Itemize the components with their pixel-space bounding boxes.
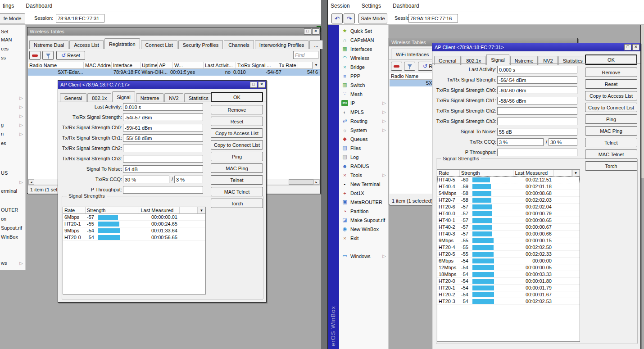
signal-row-ht40-3[interactable]: HT40-3 -57 00:00:00.66 bbox=[437, 231, 580, 237]
strip-item-ces[interactable]: ces ▷ bbox=[1, 45, 25, 52]
strip-item-g[interactable]: g ▷ bbox=[1, 121, 25, 128]
strip-item-us[interactable]: US ▷ bbox=[1, 169, 25, 177]
button-torch[interactable]: Torch bbox=[211, 199, 263, 208]
button-mac-telnet[interactable]: MAC Telnet bbox=[211, 187, 263, 196]
redo-button[interactable]: ↷ bbox=[344, 14, 355, 23]
menu-settings[interactable]: tings bbox=[3, 3, 14, 9]
button-mac-ping[interactable]: MAC Ping bbox=[211, 163, 263, 173]
strip-item-winbox[interactable]: WinBox ▷ bbox=[1, 233, 25, 240]
column-chooser-dropdown[interactable]: ▼ bbox=[312, 62, 320, 69]
tab-wifi-interfaces[interactable]: WiFi Interfaces bbox=[391, 49, 434, 59]
field-input[interactable]: -60/-60 dBm bbox=[497, 86, 577, 94]
field-input[interactable]: 0.000 s bbox=[497, 66, 577, 73]
sidebar-item-log[interactable]: ▤ Log ▷ bbox=[339, 153, 388, 161]
sidebar-item-mpls[interactable]: ◐ MPLS ▷ bbox=[339, 108, 388, 116]
sidebar-item-routing[interactable]: ⇄ Routing ▷ bbox=[339, 117, 388, 125]
signal-row-ht20-6[interactable]: HT20-6 -57 00:02:02.04 bbox=[437, 204, 580, 210]
maximize-icon[interactable]: □ bbox=[250, 82, 257, 88]
signal-strengths-table[interactable]: Rate Strength Last Measured ▼ 6Mbps -57 … bbox=[63, 207, 206, 295]
column-header-rate[interactable]: Rate bbox=[63, 207, 86, 213]
strip-item-es[interactable]: es ▷ bbox=[1, 140, 25, 147]
signal-row-12mbps[interactable]: 12Mbps -54 00:00:00.05 bbox=[437, 264, 580, 271]
sidebar-item-wireless[interactable]: ◠ Wireless ▷ bbox=[339, 54, 388, 62]
signal-row-ht20-1[interactable]: HT20-1 -55 00:00:24.65 bbox=[63, 221, 205, 227]
sidebar-item-ppp[interactable]: ≡ PPP ▷ bbox=[339, 72, 388, 80]
button-copy-to-access-list[interactable]: Copy to Access List bbox=[211, 128, 263, 138]
signal-row-ht40-0[interactable]: HT40-0 -57 00:00:00.79 bbox=[437, 210, 580, 217]
signal-row-ht20-3[interactable]: HT20-3 -54 00:02:02.53 bbox=[437, 298, 580, 305]
field-input[interactable]: 0.010 s bbox=[123, 103, 203, 111]
signal-row-9mbps[interactable]: 9Mbps -54 00:01:33.64 bbox=[63, 227, 205, 234]
field-input[interactable] bbox=[123, 155, 203, 163]
signal-row-ht20-2[interactable]: HT20-2 -54 00:00:01.67 bbox=[437, 291, 580, 298]
sidebar-item-radius[interactable]: ☻ RADIUS ▷ bbox=[339, 162, 388, 170]
signal-row-ht20-5[interactable]: HT20-5 -55 00:02:02.33 bbox=[437, 251, 580, 258]
sidebar-item-switch[interactable]: ▥ Switch ▷ bbox=[339, 81, 388, 89]
button-copy-to-access-list[interactable]: Copy to Access List bbox=[585, 91, 637, 100]
maximize-icon[interactable]: □ bbox=[624, 44, 631, 50]
sidebar-item-ip[interactable]: 255 IP ▷ bbox=[339, 99, 388, 107]
signal-table-header[interactable]: Rate Strength Last Measured ▼ bbox=[63, 207, 205, 214]
ccq-rx-input[interactable]: 30 % bbox=[549, 138, 577, 146]
filter-button[interactable] bbox=[42, 51, 54, 60]
strip-item-ss[interactable]: ss ▷ bbox=[1, 54, 25, 61]
button-torch[interactable]: Torch bbox=[585, 161, 637, 171]
button-reset[interactable]: Reset bbox=[211, 117, 263, 126]
signal-table-header[interactable]: Rate Strength Last Measured ▼ bbox=[437, 170, 580, 177]
column-chooser-dropdown[interactable]: ▼ bbox=[572, 170, 580, 176]
field-input[interactable] bbox=[123, 145, 203, 152]
field-input[interactable] bbox=[497, 118, 577, 125]
button-telnet[interactable]: Telnet bbox=[211, 175, 263, 185]
close-icon[interactable]: ✕ bbox=[258, 82, 265, 88]
strip-item-on[interactable]: on ▷ bbox=[1, 215, 25, 222]
signal-strengths-table[interactable]: Rate Strength Last Measured ▼ HT40-5 -60… bbox=[437, 169, 580, 342]
signal-row-9mbps[interactable]: 9Mbps -55 00:00:00.15 bbox=[437, 237, 580, 244]
sidebar-item-bridge[interactable]: × Bridge ▷ bbox=[339, 63, 388, 71]
column-header-ap[interactable]: AP bbox=[158, 62, 173, 68]
strip-item-6[interactable]: ▷ bbox=[1, 112, 25, 119]
strip-item-erminal[interactable]: erminal ▷ bbox=[1, 187, 25, 195]
sidebar-item-new-winbox[interactable]: ◉ New WinBox ▷ bbox=[339, 225, 388, 233]
scrollbar-thumb[interactable] bbox=[289, 179, 315, 185]
column-header-last-measured[interactable]: Last Measured bbox=[513, 170, 554, 176]
wireless-tables-titlebar[interactable]: Wireless Tables □ ✕ bbox=[27, 27, 320, 36]
signal-row-ht40-2[interactable]: HT40-2 -57 00:00:00.67 bbox=[437, 224, 580, 231]
ccq-tx-input[interactable]: 3 % bbox=[497, 138, 544, 146]
reset-button[interactable]: ↺ Reset bbox=[56, 51, 85, 60]
column-header-rate[interactable]: Rate bbox=[437, 170, 460, 176]
sidebar-item-system[interactable]: ☼ System ▷ bbox=[339, 126, 388, 134]
button-mac-telnet[interactable]: MAC Telnet bbox=[585, 150, 637, 159]
column-header-tx-rate[interactable]: Tx Rate bbox=[277, 62, 298, 68]
column-chooser-dropdown[interactable]: ▼ bbox=[198, 207, 205, 213]
button-copy-to-connect-list[interactable]: Copy to Connect List bbox=[585, 103, 637, 112]
filter-button[interactable] bbox=[404, 62, 415, 71]
signal-row-ht20-0[interactable]: HT20-0 -54 00:00:56.65 bbox=[63, 234, 205, 241]
ccq-tx-input[interactable]: 30 % bbox=[123, 176, 169, 183]
menu-dashboard[interactable]: Dashboard bbox=[393, 3, 419, 9]
sidebar-item-windows[interactable]: ▭ Windows ▷ bbox=[339, 252, 388, 260]
signal-row-6mbps[interactable]: 6Mbps -57 00:00:00.01 bbox=[63, 214, 205, 221]
sidebar-item-files[interactable]: ▤ Files ▷ bbox=[339, 144, 388, 152]
signal-row-ht20-7[interactable]: HT20-7 -58 00:02:02.03 bbox=[437, 197, 580, 204]
field-input[interactable]: 54 dB bbox=[123, 165, 203, 173]
sidebar-item-capsman[interactable]: ∩ CAPsMAN ▷ bbox=[339, 36, 388, 44]
safe-mode-button[interactable]: fe Mode bbox=[0, 14, 25, 23]
safe-mode-button[interactable]: Safe Mode bbox=[358, 14, 387, 23]
sidebar-item-new-terminal[interactable]: ▪ New Terminal ▷ bbox=[339, 180, 388, 188]
button-ping[interactable]: Ping bbox=[585, 114, 637, 124]
field-input[interactable]: -55/-58 dBm bbox=[123, 134, 203, 142]
session-input[interactable]: 78:9A:18:FC:77:16 bbox=[408, 14, 458, 23]
throughput-input[interactable] bbox=[123, 186, 203, 194]
column-header-uptime[interactable]: Uptime bbox=[141, 62, 158, 68]
tab-signal[interactable]: Signal bbox=[112, 91, 135, 102]
ccq-rx-input[interactable]: 3 % bbox=[174, 176, 203, 183]
scroll-right-icon[interactable]: ▸ bbox=[313, 179, 319, 185]
button-mac-ping[interactable]: MAC Ping bbox=[585, 126, 637, 136]
sidebar-item-tools[interactable]: × Tools ▷ bbox=[339, 171, 388, 179]
signal-row-ht40-1[interactable]: HT40-1 -57 00:00:00.65 bbox=[437, 217, 580, 224]
session-input[interactable]: 78:9A:18:FC:77:31 bbox=[56, 14, 104, 23]
column-header-w[interactable]: W... bbox=[173, 62, 204, 68]
scroll-left-icon[interactable]: ◂ bbox=[28, 179, 34, 185]
column-header-strength[interactable]: Strength bbox=[460, 170, 514, 176]
close-icon[interactable]: ✕ bbox=[312, 28, 319, 35]
